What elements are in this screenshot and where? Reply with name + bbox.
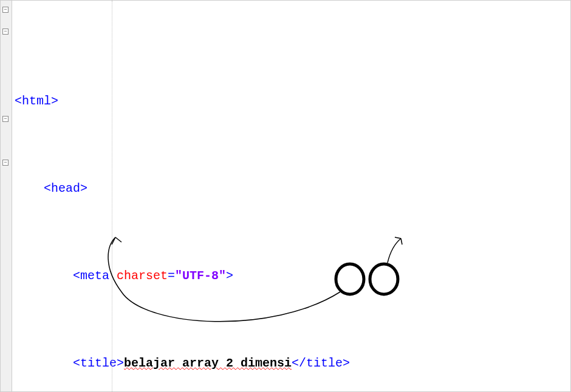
fold-marker[interactable] [2, 29, 9, 35]
code-line: <meta charset="UTF-8"> [15, 265, 566, 287]
fold-marker[interactable] [2, 116, 9, 122]
fold-marker[interactable] [2, 7, 9, 13]
code-line: <html> [15, 90, 566, 112]
fold-marker[interactable] [2, 160, 9, 166]
code-line: <head> [15, 178, 566, 200]
code-line: <title>belajar array 2 dimensi</title> [15, 353, 566, 374]
code-editor: <html> <head> <meta charset="UTF-8"> <ti… [1, 1, 570, 391]
fold-gutter [1, 1, 12, 391]
code-area[interactable]: <html> <head> <meta charset="UTF-8"> <ti… [12, 1, 570, 391]
